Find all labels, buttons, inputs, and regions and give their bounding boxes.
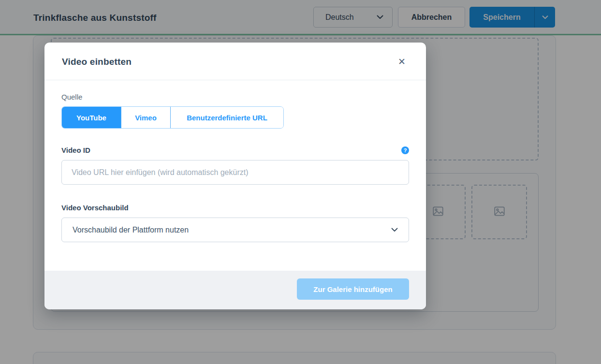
thumbnail-label-row: Video Vorschaubild bbox=[61, 204, 409, 212]
modal-footer: Zur Galerie hinzufügen bbox=[44, 271, 426, 309]
source-tabs: YouTube Vimeo Benutzerdefinierte URL bbox=[61, 106, 284, 129]
thumbnail-label: Video Vorschaubild bbox=[61, 204, 129, 212]
embed-video-modal: Video einbetten ✕ Quelle YouTube Vimeo B… bbox=[44, 43, 426, 309]
modal-header: Video einbetten ✕ bbox=[44, 43, 426, 80]
video-id-label: Video ID bbox=[61, 146, 90, 154]
tab-custom-url-label: Benutzerdefinierte URL bbox=[187, 114, 267, 122]
tab-vimeo[interactable]: Vimeo bbox=[121, 107, 170, 128]
tab-youtube[interactable]: YouTube bbox=[62, 107, 121, 128]
chevron-down-icon bbox=[391, 228, 398, 232]
thumbnail-select[interactable]: Vorschaubild der Plattform nutzen bbox=[61, 218, 409, 242]
tab-custom-url[interactable]: Benutzerdefinierte URL bbox=[170, 107, 283, 128]
help-icon[interactable]: ? bbox=[401, 146, 409, 154]
tab-vimeo-label: Vimeo bbox=[135, 114, 157, 122]
modal-title: Video einbetten bbox=[62, 57, 132, 67]
source-label: Quelle bbox=[61, 93, 409, 101]
page: Trinkflasche aus Kunststoff Deutsch Abbr… bbox=[0, 0, 601, 364]
video-id-label-row: Video ID ? bbox=[61, 146, 409, 154]
video-url-input[interactable] bbox=[61, 160, 409, 185]
thumbnail-select-value: Vorschaubild der Plattform nutzen bbox=[73, 226, 189, 234]
modal-body: Quelle YouTube Vimeo Benutzerdefinierte … bbox=[44, 80, 426, 242]
close-icon[interactable]: ✕ bbox=[396, 56, 407, 67]
tab-youtube-label: YouTube bbox=[76, 114, 106, 122]
add-to-gallery-button[interactable]: Zur Galerie hinzufügen bbox=[297, 278, 409, 300]
